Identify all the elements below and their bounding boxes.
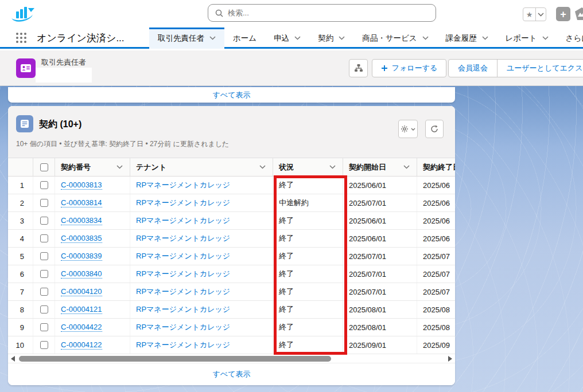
nav-tab-label: 取引先責任者 (158, 33, 204, 44)
column-header-5[interactable]: 状況 (273, 158, 343, 176)
favorites-menu-button[interactable] (535, 8, 546, 21)
chevron-down-icon (116, 165, 123, 169)
column-header-label: テナント (136, 162, 259, 173)
tenant-link[interactable]: RPマネージメントカレッジ (136, 233, 230, 244)
column-header-4[interactable]: テナント (130, 158, 273, 176)
nav-tab-5[interactable]: 商品・サービス (353, 28, 437, 49)
column-header-7[interactable]: 契約終了日 (417, 158, 455, 176)
contact-card-icon (20, 62, 32, 74)
column-header-2[interactable] (33, 158, 55, 176)
tenant-link[interactable]: RPマネージメントカレッジ (136, 215, 230, 226)
start-date-cell: 2025/08/01 (343, 301, 417, 318)
chevron-down-icon (422, 36, 429, 40)
tenant-link[interactable]: RPマネージメントカレッジ (136, 198, 230, 208)
nav-tab-label: レポート (506, 33, 537, 44)
status-cell: 終了 (273, 265, 343, 283)
table-row: 8C-00004121RPマネージメントカレッジ終了2025/08/012025… (8, 301, 455, 319)
contract-number-link[interactable]: C-00004422 (61, 323, 102, 332)
row-checkbox[interactable] (40, 217, 48, 225)
row-checkbox[interactable] (40, 270, 48, 278)
app-name: オンライン決済シ... (37, 28, 125, 49)
contract-number-link[interactable]: C-00003813 (61, 181, 102, 190)
contract-number-link[interactable]: C-00003839 (61, 252, 102, 261)
tenant-cell: RPマネージメントカレッジ (130, 212, 273, 229)
nav-tab-label: 契約 (318, 33, 333, 44)
column-header-3[interactable]: 契約番号 (55, 158, 130, 176)
show-all-link-contracts[interactable]: すべて表示 (213, 369, 251, 379)
follow-button[interactable]: フォローする (372, 59, 446, 77)
status-cell: 終了 (273, 336, 343, 354)
column-header-1[interactable] (8, 158, 33, 176)
global-actions-button[interactable]: + (556, 7, 570, 21)
end-date-cell: 2025/06 (417, 230, 455, 247)
start-date-cell: 2025/07/01 (343, 265, 417, 283)
table-row: 10C-00004122RPマネージメントカレッジ終了2025/09/01202… (8, 336, 455, 354)
chevron-down-icon (294, 36, 301, 40)
hierarchy-icon (354, 64, 363, 73)
contract-number-link[interactable]: C-00004120 (61, 287, 102, 296)
row-checkbox-cell (33, 301, 55, 318)
guidance-badge-icon[interactable] (574, 7, 583, 21)
scroll-left-arrow[interactable] (11, 356, 15, 362)
nav-tab-label: 申込 (274, 33, 289, 44)
column-header-6[interactable]: 契約開始日 (343, 158, 417, 176)
tenant-link[interactable]: RPマネージメントカレッジ (136, 251, 230, 261)
row-number: 8 (8, 301, 33, 318)
record-actions-group: 会員退会 ユーザーとしてエクスペ (448, 59, 583, 77)
member-withdraw-button[interactable]: 会員退会 (449, 60, 497, 77)
row-checkbox[interactable] (40, 288, 48, 296)
start-date-cell: 2025/07/01 (343, 283, 417, 300)
nav-tab-6[interactable]: 課金履歴 (437, 28, 497, 49)
nav-tab-2[interactable]: ホーム (224, 28, 265, 49)
list-settings-button[interactable] (398, 120, 418, 138)
nav-tab-7[interactable]: レポート (497, 28, 557, 49)
select-all-checkbox[interactable] (40, 163, 48, 171)
table-row: 1C-00003813RPマネージメントカレッジ終了2025/06/012025… (8, 177, 455, 194)
contract-number-link[interactable]: C-00003840 (61, 269, 102, 279)
row-checkbox[interactable] (40, 323, 48, 331)
nav-tab-8[interactable]: さらに表 (557, 28, 583, 49)
contract-number-link[interactable]: C-00003814 (61, 198, 102, 207)
row-checkbox[interactable] (40, 252, 48, 260)
row-checkbox[interactable] (40, 305, 48, 313)
row-checkbox[interactable] (40, 181, 48, 189)
refresh-button[interactable] (425, 120, 444, 138)
nav-bar: オンライン決済シ... 取引先責任者ホーム申込契約商品・サービス課金履歴レポート… (0, 28, 583, 49)
row-checkbox[interactable] (40, 199, 48, 207)
app-launcher-icon[interactable] (16, 33, 26, 43)
tenant-cell: RPマネージメントカレッジ (130, 194, 273, 211)
contract-number-link[interactable]: C-00004122 (61, 340, 102, 350)
tenant-link[interactable]: RPマネージメントカレッジ (136, 269, 230, 279)
scrollbar-track[interactable] (18, 355, 445, 362)
tenant-link[interactable]: RPマネージメントカレッジ (136, 340, 230, 350)
tenant-link[interactable]: RPマネージメントカレッジ (136, 304, 230, 315)
nav-tab-1[interactable]: 取引先責任者 (149, 28, 224, 49)
show-all-link-top[interactable]: すべて表示 (213, 90, 251, 100)
scroll-right-arrow[interactable] (448, 356, 452, 362)
row-checkbox[interactable] (40, 341, 48, 349)
related-list-title[interactable]: 契約 (10+) (39, 119, 81, 131)
search-icon (215, 9, 223, 17)
search-input[interactable] (228, 9, 429, 17)
related-list-meta: 10+ 個の項目 • 並び替え基準: 契約終了日 • 27分前 に更新されました (16, 139, 229, 149)
scrollbar-thumb[interactable] (19, 356, 331, 362)
end-date-cell: 2025/07 (417, 265, 455, 283)
tenant-link[interactable]: RPマネージメントカレッジ (136, 180, 230, 190)
favorite-star-button[interactable]: ★ (523, 8, 535, 21)
contract-number-cell: C-00004120 (55, 283, 130, 300)
chevron-down-icon (403, 165, 410, 169)
contract-number-link[interactable]: C-00004121 (61, 305, 102, 314)
row-checkbox[interactable] (40, 234, 48, 242)
org-chart-button[interactable] (349, 59, 368, 77)
column-header-label: 契約終了日 (423, 162, 455, 173)
experience-as-user-button[interactable]: ユーザーとしてエクスペ (497, 60, 583, 77)
tenant-link[interactable]: RPマネージメントカレッジ (136, 287, 230, 297)
tenant-link[interactable]: RPマネージメントカレッジ (136, 322, 230, 332)
record-header: 取引先責任者 フォローする 会員退会 ユーザーとしてエクスペ (0, 50, 583, 86)
column-header-label: 状況 (279, 162, 329, 173)
contract-number-link[interactable]: C-00003834 (61, 216, 102, 225)
nav-tab-3[interactable]: 申込 (265, 28, 309, 49)
nav-tab-4[interactable]: 契約 (309, 28, 353, 49)
contract-number-link[interactable]: C-00003835 (61, 234, 102, 243)
tenant-cell: RPマネージメントカレッジ (130, 336, 273, 354)
